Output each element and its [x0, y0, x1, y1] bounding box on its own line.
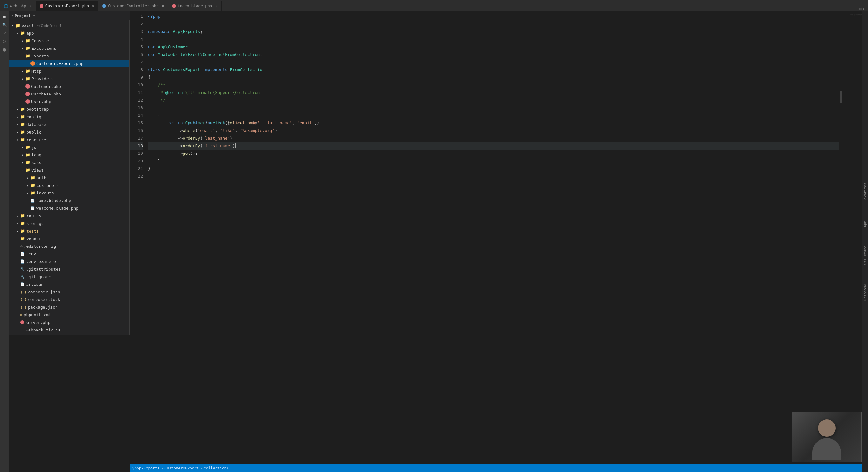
tab-web[interactable]: 🌐 web.php ×: [0, 1, 36, 11]
tree-item-server-php[interactable]: server.php: [9, 318, 129, 326]
purchase-php-icon: [25, 92, 30, 96]
tree-item-user-php[interactable]: User.php: [9, 98, 129, 105]
customer-label: Customer.php: [31, 84, 129, 89]
activity-explorer[interactable]: ≡: [1, 13, 8, 20]
code-content[interactable]: <?php namespace App\Exports; use App\Cus…: [146, 11, 839, 464]
tree-item-env-example[interactable]: 📄 .env.example: [9, 258, 129, 265]
gitattributes-icon: 🔧: [20, 267, 25, 271]
favorites-label: Favorites: [863, 183, 867, 202]
artisan-icon: 📄: [20, 282, 25, 286]
tree-item-composer-lock[interactable]: { } composer.lock: [9, 296, 129, 303]
tree-item-lang[interactable]: 📁 lang: [9, 151, 129, 159]
database-folder-label: database: [26, 122, 129, 127]
activity-git[interactable]: ⎇: [1, 29, 8, 37]
tree-item-exports[interactable]: 📁 Exports: [9, 52, 129, 60]
activity-bar: ≡ 🔍 ⎇ ⬡ ⬤: [0, 11, 9, 472]
tree-item-views[interactable]: 📁 views: [9, 166, 129, 174]
tree-item-customer-php[interactable]: Customer.php: [9, 82, 129, 90]
layouts-label: layouts: [36, 191, 129, 195]
status-bar: \App\Exports › CustomersExport › collect…: [129, 464, 862, 472]
code-editor[interactable]: 1 2 3 4 5 6 7 8 9 10 11 12 13 14 15 16 1: [129, 11, 862, 464]
code-line-11: * @return \Illuminate\Support\Collection: [148, 89, 839, 96]
tab-customers-export[interactable]: CustomersExport.php ×: [36, 1, 99, 11]
server-php-icon: [20, 321, 24, 324]
tree-item-console[interactable]: 📁 Console: [9, 37, 129, 44]
code-line-18: ->orderBy('first_name'): [148, 142, 839, 150]
package-json-icon: { }: [20, 305, 27, 309]
tree-item-bootstrap[interactable]: 📁 bootstrap: [9, 105, 129, 113]
tree-item-providers[interactable]: 📁 Providers: [9, 75, 129, 82]
tree-item-public[interactable]: 📁 public: [9, 128, 129, 136]
sidebar: ▾ Project ▾ 📁 excel ~/Code/excel 📁 app: [9, 11, 129, 472]
tab-index-blade[interactable]: index.blade.php ×: [168, 1, 222, 11]
split-editor-icon[interactable]: ⊞: [859, 6, 862, 11]
tree-item-customers[interactable]: 📁 customers: [9, 181, 129, 189]
env-label: .env: [26, 251, 129, 256]
code-line-7: [148, 58, 839, 66]
tree-item-welcome-blade[interactable]: 📄 welcome.blade.php: [9, 204, 129, 212]
activity-search[interactable]: 🔍: [1, 21, 8, 29]
tree-item-config[interactable]: 📁 config: [9, 113, 129, 121]
editorconfig-icon: ⚙: [20, 244, 23, 248]
tree-item-composer-json[interactable]: { } composer.json: [9, 288, 129, 296]
tree-item-http[interactable]: 📁 Http: [9, 67, 129, 75]
tree-item-customers-export[interactable]: CustomersExport.php: [9, 60, 129, 67]
http-folder-icon: 📁: [25, 69, 30, 73]
tree-item-phpunit-xml[interactable]: ⊞ phpunit.xml: [9, 311, 129, 318]
tree-item-webpack[interactable]: JS webpack.mix.js: [9, 326, 129, 334]
tree-item-excel[interactable]: 📁 excel ~/Code/excel: [9, 22, 129, 29]
tree-item-layouts[interactable]: 📁 layouts: [9, 189, 129, 197]
tree-item-routes[interactable]: 📁 routes: [9, 212, 129, 220]
tree-item-editorconfig[interactable]: ⚙ .editorconfig: [9, 242, 129, 250]
tab-customer-controller-close[interactable]: ×: [162, 4, 164, 8]
tree-item-storage[interactable]: 📁 storage: [9, 220, 129, 227]
tree-item-app[interactable]: 📁 app: [9, 29, 129, 37]
exports-arrow: [20, 53, 25, 58]
views-folder-icon: 📁: [25, 168, 30, 172]
tree-item-auth[interactable]: 📁 auth: [9, 174, 129, 181]
code-line-5: use App\Customer;: [148, 43, 839, 51]
database-folder-icon: 📁: [20, 122, 25, 127]
phpunit-xml-icon: ⊞: [20, 313, 23, 317]
code-line-12: */: [148, 96, 839, 104]
tree-item-package-json[interactable]: { } package.json: [9, 303, 129, 311]
person-head: [818, 419, 836, 437]
database-folder-arrow: [15, 122, 20, 127]
tree-item-resources[interactable]: 📁 resources: [9, 136, 129, 143]
activity-extensions[interactable]: ⬡: [1, 37, 8, 45]
auth-folder-icon: 📁: [30, 175, 35, 180]
tree-item-env[interactable]: 📄 .env: [9, 250, 129, 258]
tree-item-database-folder[interactable]: 📁 database: [9, 121, 129, 128]
tree-item-artisan[interactable]: 📄 artisan: [9, 280, 129, 288]
tree-item-js[interactable]: 📁 js: [9, 143, 129, 151]
php-icon-controller: [102, 4, 106, 8]
tree-item-gitattributes[interactable]: 🔧 .gitattributes: [9, 265, 129, 273]
app-folder-icon: 📁: [20, 31, 25, 35]
tab-customer-controller[interactable]: CustomerController.php ×: [98, 1, 168, 11]
code-line-9: {: [148, 74, 839, 81]
package-json-label: package.json: [28, 305, 129, 310]
tree-item-vendor[interactable]: 📁 vendor: [9, 235, 129, 242]
editor-scrollbar[interactable]: [839, 11, 843, 464]
tree-item-home-blade[interactable]: 📄 home.blade.php: [9, 197, 129, 204]
tree-item-tests[interactable]: 📁 tests: [9, 227, 129, 235]
project-arrow[interactable]: ▾: [11, 14, 13, 18]
routes-label: routes: [26, 213, 129, 218]
activity-debug[interactable]: ⬤: [1, 46, 8, 53]
settings-icon[interactable]: ⚙: [863, 6, 865, 11]
tab-web-close[interactable]: ×: [30, 4, 32, 8]
tree-item-purchase-php[interactable]: Purchase.php: [9, 90, 129, 98]
scrollbar-thumb[interactable]: [840, 91, 842, 103]
composer-json-label: composer.json: [28, 290, 129, 294]
breadcrumb-class: CustomersExport: [164, 466, 199, 470]
tree-item-gitignore[interactable]: 🔧 .gitignore: [9, 273, 129, 280]
purchase-label: Purchase.php: [31, 92, 129, 96]
tree-item-sass[interactable]: 📁 sass: [9, 159, 129, 166]
code-line-15: return Customer::select(['first_name', '…: [148, 119, 839, 127]
tab-customers-export-close[interactable]: ×: [92, 4, 94, 8]
env-example-label: .env.example: [26, 259, 129, 264]
http-arrow: [20, 69, 25, 74]
tree-item-exceptions[interactable]: 📁 Exceptions: [9, 44, 129, 52]
home-blade-label: home.blade.php: [36, 198, 129, 203]
tab-index-blade-close[interactable]: ×: [215, 4, 217, 8]
